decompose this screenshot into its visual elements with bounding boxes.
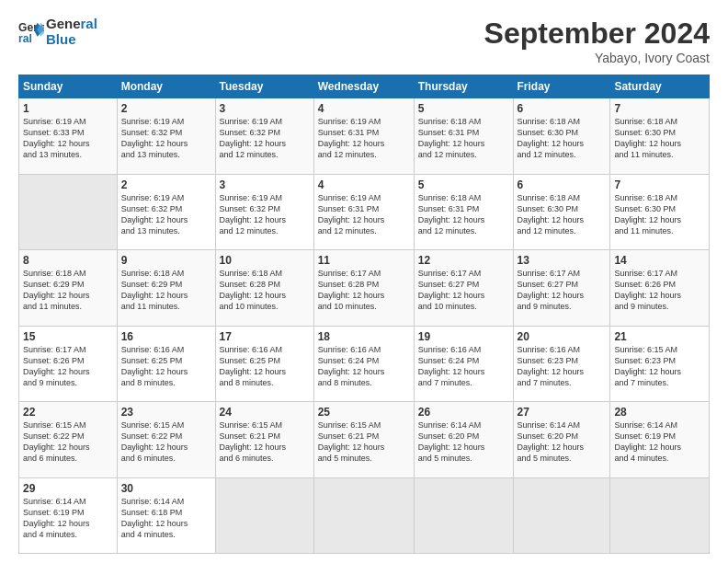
table-row: 20Sunrise: 6:16 AM Sunset: 6:23 PM Dayli…	[513, 326, 610, 402]
day-number: 7	[614, 178, 705, 191]
day-number: 5	[418, 102, 509, 115]
day-number: 13	[518, 254, 607, 267]
day-number: 29	[23, 482, 113, 495]
day-info: Sunrise: 6:17 AM Sunset: 6:26 PM Dayligh…	[614, 268, 705, 313]
table-row: 4Sunrise: 6:19 AM Sunset: 6:31 PM Daylig…	[313, 98, 414, 175]
day-number: 12	[418, 254, 509, 267]
day-number: 14	[614, 254, 705, 267]
table-row	[414, 477, 513, 554]
table-row: 26Sunrise: 6:14 AM Sunset: 6:20 PM Dayli…	[414, 402, 513, 478]
day-number: 26	[418, 406, 509, 419]
col-tuesday: Tuesday	[215, 75, 313, 98]
col-thursday: Thursday	[414, 75, 513, 98]
table-row: 11Sunrise: 6:17 AM Sunset: 6:28 PM Dayli…	[313, 250, 414, 327]
location: Yabayo, Ivory Coast	[484, 51, 710, 65]
day-info: Sunrise: 6:16 AM Sunset: 6:23 PM Dayligh…	[518, 344, 607, 389]
day-number: 30	[121, 482, 211, 495]
table-row: 5Sunrise: 6:18 AM Sunset: 6:31 PM Daylig…	[414, 174, 513, 250]
day-number: 21	[614, 330, 705, 343]
calendar-table: Sunday Monday Tuesday Wednesday Thursday…	[18, 75, 710, 554]
day-number: 10	[220, 254, 310, 267]
table-row: 15Sunrise: 6:17 AM Sunset: 6:26 PM Dayli…	[19, 326, 118, 402]
day-number: 3	[220, 178, 310, 191]
table-row	[215, 477, 313, 554]
day-info: Sunrise: 6:17 AM Sunset: 6:27 PM Dayligh…	[518, 268, 607, 313]
page-header: Gene ral General Blue September 2024 Yab…	[18, 17, 710, 65]
day-number: 20	[518, 330, 607, 343]
day-number: 4	[318, 178, 410, 191]
day-info: Sunrise: 6:15 AM Sunset: 6:22 PM Dayligh…	[121, 419, 211, 465]
svg-text:ral: ral	[18, 32, 32, 45]
day-number: 15	[23, 330, 113, 343]
col-friday: Friday	[513, 75, 610, 98]
day-info: Sunrise: 6:18 AM Sunset: 6:31 PM Dayligh…	[418, 116, 509, 161]
day-info: Sunrise: 6:15 AM Sunset: 6:21 PM Dayligh…	[318, 419, 410, 465]
day-number: 5	[418, 178, 509, 191]
day-info: Sunrise: 6:18 AM Sunset: 6:31 PM Dayligh…	[418, 192, 509, 237]
day-number: 17	[220, 330, 310, 343]
table-row: 23Sunrise: 6:15 AM Sunset: 6:22 PM Dayli…	[117, 402, 215, 478]
day-number: 16	[121, 330, 211, 343]
table-row: 14Sunrise: 6:17 AM Sunset: 6:26 PM Dayli…	[610, 250, 710, 327]
table-row: 6Sunrise: 6:18 AM Sunset: 6:30 PM Daylig…	[513, 98, 610, 175]
day-number: 28	[614, 406, 705, 419]
day-info: Sunrise: 6:16 AM Sunset: 6:25 PM Dayligh…	[121, 344, 211, 389]
day-info: Sunrise: 6:15 AM Sunset: 6:22 PM Dayligh…	[23, 419, 113, 465]
day-info: Sunrise: 6:19 AM Sunset: 6:32 PM Dayligh…	[121, 192, 211, 237]
table-row: 28Sunrise: 6:14 AM Sunset: 6:19 PM Dayli…	[610, 402, 710, 478]
logo-blue: Blue	[46, 32, 97, 48]
table-row: 5Sunrise: 6:18 AM Sunset: 6:31 PM Daylig…	[414, 98, 513, 175]
table-row: 18Sunrise: 6:16 AM Sunset: 6:24 PM Dayli…	[313, 326, 414, 402]
day-info: Sunrise: 6:15 AM Sunset: 6:23 PM Dayligh…	[614, 344, 705, 389]
day-info: Sunrise: 6:18 AM Sunset: 6:29 PM Dayligh…	[23, 268, 113, 313]
day-info: Sunrise: 6:18 AM Sunset: 6:30 PM Dayligh…	[614, 192, 705, 237]
table-row: 21Sunrise: 6:15 AM Sunset: 6:23 PM Dayli…	[610, 326, 710, 402]
day-info: Sunrise: 6:15 AM Sunset: 6:21 PM Dayligh…	[220, 419, 310, 465]
day-number: 18	[318, 330, 410, 343]
day-number: 22	[23, 406, 113, 419]
day-info: Sunrise: 6:17 AM Sunset: 6:26 PM Dayligh…	[23, 344, 113, 389]
calendar-header-row: Sunday Monday Tuesday Wednesday Thursday…	[19, 75, 710, 98]
day-info: Sunrise: 6:19 AM Sunset: 6:32 PM Dayligh…	[220, 192, 310, 237]
table-row	[513, 477, 610, 554]
day-number: 9	[121, 254, 211, 267]
day-number: 2	[121, 178, 211, 191]
table-row: 19Sunrise: 6:16 AM Sunset: 6:24 PM Dayli…	[414, 326, 513, 402]
day-info: Sunrise: 6:14 AM Sunset: 6:18 PM Dayligh…	[121, 496, 211, 541]
day-info: Sunrise: 6:16 AM Sunset: 6:24 PM Dayligh…	[318, 344, 410, 389]
table-row: 22Sunrise: 6:15 AM Sunset: 6:22 PM Dayli…	[19, 402, 118, 478]
table-row: 1Sunrise: 6:19 AM Sunset: 6:33 PM Daylig…	[19, 98, 118, 175]
day-info: Sunrise: 6:14 AM Sunset: 6:19 PM Dayligh…	[614, 419, 705, 465]
table-row: 7Sunrise: 6:18 AM Sunset: 6:30 PM Daylig…	[610, 98, 710, 175]
title-block: September 2024 Yabayo, Ivory Coast	[484, 17, 710, 65]
day-info: Sunrise: 6:18 AM Sunset: 6:29 PM Dayligh…	[121, 268, 211, 313]
day-info: Sunrise: 6:17 AM Sunset: 6:28 PM Dayligh…	[318, 268, 410, 313]
day-number: 6	[518, 178, 607, 191]
table-row: 2Sunrise: 6:19 AM Sunset: 6:32 PM Daylig…	[117, 174, 215, 250]
day-info: Sunrise: 6:16 AM Sunset: 6:24 PM Dayligh…	[418, 344, 509, 389]
day-number: 24	[220, 406, 310, 419]
table-row: 13Sunrise: 6:17 AM Sunset: 6:27 PM Dayli…	[513, 250, 610, 327]
table-row: 6Sunrise: 6:18 AM Sunset: 6:30 PM Daylig…	[513, 174, 610, 250]
day-number: 11	[318, 254, 410, 267]
table-row: 17Sunrise: 6:16 AM Sunset: 6:25 PM Dayli…	[215, 326, 313, 402]
table-row: 27Sunrise: 6:14 AM Sunset: 6:20 PM Dayli…	[513, 402, 610, 478]
col-wednesday: Wednesday	[313, 75, 414, 98]
day-info: Sunrise: 6:14 AM Sunset: 6:19 PM Dayligh…	[23, 496, 113, 541]
table-row: 12Sunrise: 6:17 AM Sunset: 6:27 PM Dayli…	[414, 250, 513, 327]
day-info: Sunrise: 6:18 AM Sunset: 6:30 PM Dayligh…	[518, 192, 607, 237]
table-row	[610, 477, 710, 554]
table-row: 8Sunrise: 6:18 AM Sunset: 6:29 PM Daylig…	[19, 250, 118, 327]
day-info: Sunrise: 6:18 AM Sunset: 6:28 PM Dayligh…	[220, 268, 310, 313]
day-info: Sunrise: 6:14 AM Sunset: 6:20 PM Dayligh…	[518, 419, 607, 465]
table-row: 3Sunrise: 6:19 AM Sunset: 6:32 PM Daylig…	[215, 174, 313, 250]
day-info: Sunrise: 6:14 AM Sunset: 6:20 PM Dayligh…	[418, 419, 509, 465]
day-info: Sunrise: 6:19 AM Sunset: 6:32 PM Dayligh…	[220, 116, 310, 161]
logo: Gene ral General Blue	[18, 17, 97, 47]
day-info: Sunrise: 6:16 AM Sunset: 6:25 PM Dayligh…	[220, 344, 310, 389]
table-row: 4Sunrise: 6:19 AM Sunset: 6:31 PM Daylig…	[313, 174, 414, 250]
table-row	[313, 477, 414, 554]
logo-icon: Gene ral	[18, 19, 44, 45]
table-row: 30Sunrise: 6:14 AM Sunset: 6:18 PM Dayli…	[117, 477, 215, 554]
day-info: Sunrise: 6:17 AM Sunset: 6:27 PM Dayligh…	[418, 268, 509, 313]
